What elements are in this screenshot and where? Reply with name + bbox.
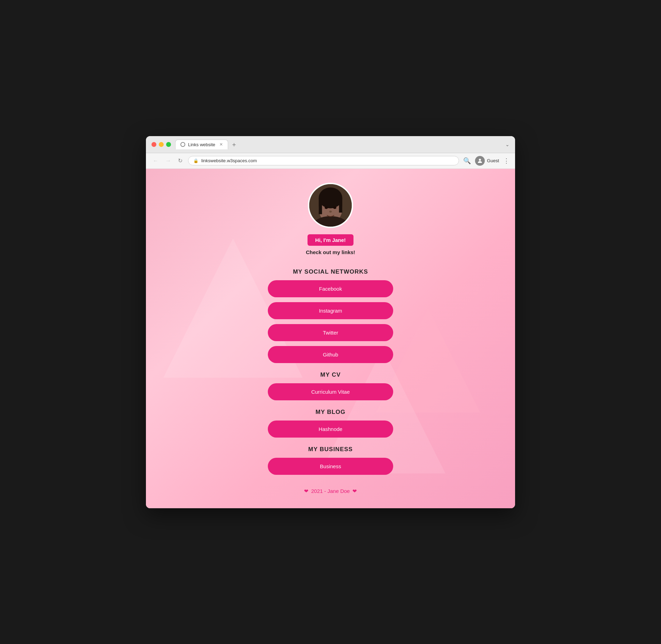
new-tab-button[interactable]: ＋ (231, 140, 237, 149)
hashnode-button[interactable]: Hashnode (268, 421, 393, 438)
svg-rect-4 (319, 198, 322, 214)
svg-point-3 (319, 187, 342, 208)
facebook-button[interactable]: Facebook (268, 280, 393, 297)
maximize-button[interactable] (166, 142, 171, 147)
twitter-button[interactable]: Twitter (268, 324, 393, 341)
back-button[interactable]: ← (151, 157, 160, 165)
tab-title: Links website (188, 142, 215, 147)
section-blog-title: MY BLOG (316, 409, 345, 416)
footer: ❤ 2021 - Jane Doe ❤ (304, 488, 357, 494)
tab-bar: Links website ✕ ＋ ⌄ (175, 140, 510, 149)
user-avatar-icon (475, 156, 485, 166)
reload-button[interactable]: ↻ (177, 157, 184, 165)
minimize-button[interactable] (159, 142, 164, 147)
url-text: linkswebsite.w3spaces.com (201, 158, 257, 163)
browser-menu-button[interactable]: ⋮ (503, 157, 510, 165)
tagline: Check out my links! (306, 249, 355, 255)
browser-addressbar: ← → ↻ 🔒 linkswebsite.w3spaces.com 🔍 Gues… (146, 153, 515, 169)
browser-window: Links website ✕ ＋ ⌄ ← → ↻ 🔒 linkswebsite… (146, 136, 515, 508)
close-button[interactable] (151, 142, 156, 147)
page-content: Hi, I'm Jane! Check out my links! MY SOC… (146, 169, 515, 508)
content-wrapper: Hi, I'm Jane! Check out my links! MY SOC… (261, 183, 400, 494)
instagram-button[interactable]: Instagram (268, 302, 393, 319)
svg-point-0 (479, 159, 481, 161)
forward-button[interactable]: → (164, 157, 172, 165)
section-business-title: MY BUSINESS (308, 446, 353, 453)
section-cv-title: MY CV (320, 371, 341, 378)
user-label: Guest (487, 158, 499, 163)
section-social-networks-title: MY SOCIAL NETWORKS (293, 268, 368, 275)
heart-right-icon: ❤ (352, 488, 357, 494)
svg-rect-5 (339, 198, 342, 212)
search-button[interactable]: 🔍 (463, 157, 471, 165)
user-area[interactable]: Guest (475, 156, 499, 166)
name-badge: Hi, I'm Jane! (308, 234, 353, 246)
github-button[interactable]: Github (268, 346, 393, 363)
lock-icon: 🔒 (193, 158, 199, 163)
active-tab[interactable]: Links website ✕ (175, 140, 228, 149)
traffic-lights (151, 142, 171, 147)
business-button[interactable]: Business (268, 458, 393, 475)
address-bar[interactable]: 🔒 linkswebsite.w3spaces.com (188, 156, 459, 165)
tab-expand-button[interactable]: ⌄ (505, 142, 510, 147)
avatar (308, 183, 353, 228)
curriculum-vitae-button[interactable]: Curriculum Vitae (268, 383, 393, 400)
svg-point-8 (333, 206, 336, 209)
svg-point-7 (325, 206, 328, 209)
heart-left-icon: ❤ (304, 488, 309, 494)
browser-titlebar: Links website ✕ ＋ ⌄ (146, 136, 515, 153)
svg-point-9 (329, 211, 332, 213)
tab-close-button[interactable]: ✕ (219, 142, 223, 147)
footer-text: 2021 - Jane Doe (311, 488, 350, 494)
globe-icon (180, 142, 185, 147)
